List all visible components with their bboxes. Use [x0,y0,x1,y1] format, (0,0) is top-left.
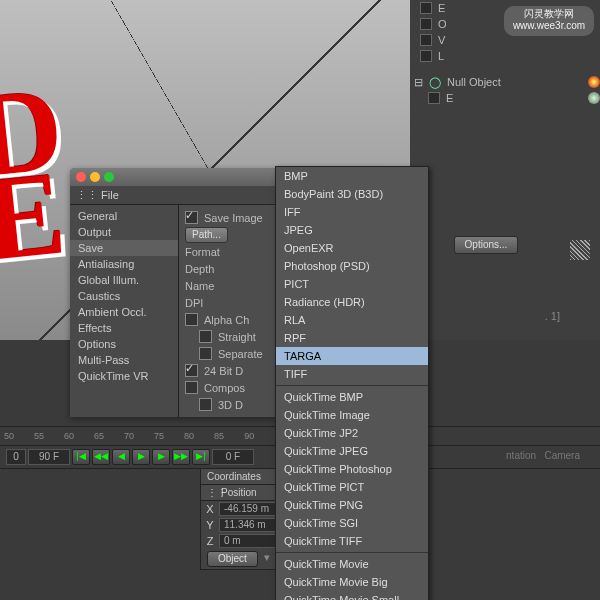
expand-icon[interactable] [420,50,432,62]
sidebar-item-options[interactable]: Options [70,336,178,352]
prev-frame-button[interactable]: ◀ [112,449,130,465]
hierarchy-item[interactable]: L [438,50,444,62]
format-option[interactable]: QuickTime Image [276,406,428,424]
coords-title: Coordinates [207,471,261,482]
expand-icon[interactable]: ⊟ [414,76,423,89]
hierarchy-item[interactable]: E [446,92,453,104]
null-object-item[interactable]: Null Object [447,76,501,88]
format-option[interactable]: QuickTime BMP [276,388,428,406]
goto-start-button[interactable]: |◀ [72,449,90,465]
format-option[interactable]: RPF [276,329,428,347]
threeD-label: 3D D [218,399,243,411]
tick: 65 [94,431,104,441]
format-option[interactable]: QuickTime TIFF [276,532,428,550]
dpi-label: DPI [185,297,203,309]
watermark: 闪灵教学网 www.wee3r.com [504,6,594,36]
compos-label: Compos [204,382,245,394]
expand-icon[interactable] [420,2,432,14]
tick: 90 [244,431,254,441]
sidebar-item-antialiasing[interactable]: Antialiasing [70,256,178,272]
format-option[interactable]: OpenEXR [276,239,428,257]
step-back-button[interactable]: ◀◀ [92,449,110,465]
object-mode-button[interactable]: Object [207,551,258,567]
hierarchy-item[interactable]: V [438,34,445,46]
tick: 60 [64,431,74,441]
visibility-dot-icon[interactable] [588,92,600,104]
format-option[interactable]: PICT [276,275,428,293]
alpha-checkbox[interactable] [185,313,198,326]
format-option[interactable]: BodyPaint 3D (B3D) [276,185,428,203]
straight-label: Straight [218,331,256,343]
straight-checkbox[interactable] [199,330,212,343]
format-option[interactable]: QuickTime SGI [276,514,428,532]
format-option[interactable]: QuickTime PICT [276,478,428,496]
format-option[interactable]: QuickTime JP2 [276,424,428,442]
options-button[interactable]: Options... [454,236,518,254]
format-option[interactable]: RLA [276,311,428,329]
tick: 70 [124,431,134,441]
end-frame-field[interactable]: 90 F [28,449,70,465]
format-option[interactable]: Radiance (HDR) [276,293,428,311]
start-frame[interactable]: 0 [6,449,26,465]
threeD-checkbox[interactable] [199,398,212,411]
sidebar-item-multipass[interactable]: Multi-Pass [70,352,178,368]
lower-tabs[interactable]: ntation Camera [506,450,580,461]
axis-label: Y [201,519,219,531]
minimize-icon[interactable] [90,172,100,182]
bit24-checkbox[interactable] [185,364,198,377]
goto-end-button[interactable]: ▶| [192,449,210,465]
alpha-label: Alpha Ch [204,314,249,326]
menu-separator [276,552,428,553]
compos-checkbox[interactable] [185,381,198,394]
format-label: Format [185,246,220,258]
sidebar-item-output[interactable]: Output [70,224,178,240]
sidebar-item-ambient-occl[interactable]: Ambient Occl. [70,304,178,320]
start-field[interactable]: 0 F [212,449,254,465]
expand-icon[interactable] [428,92,440,104]
sidebar-item-caustics[interactable]: Caustics [70,288,178,304]
format-dropdown-menu: BMPBodyPaint 3D (B3D)IFFJPEGOpenEXRPhoto… [275,166,429,600]
path-button[interactable]: Path... [185,227,228,243]
menu-separator [276,385,428,386]
separate-checkbox[interactable] [199,347,212,360]
axis-label: Z [201,535,219,547]
zoom-icon[interactable] [104,172,114,182]
format-option[interactable]: IFF [276,203,428,221]
tick: 75 [154,431,164,441]
close-icon[interactable] [76,172,86,182]
separate-label: Separate [218,348,263,360]
depth-label: Depth [185,263,214,275]
sidebar-item-effects[interactable]: Effects [70,320,178,336]
sidebar-item-save[interactable]: Save [70,240,178,256]
format-option[interactable]: QuickTime Movie Small [276,591,428,600]
resize-grip-icon[interactable] [570,240,590,260]
format-option[interactable]: TARGA [276,347,428,365]
save-image-checkbox[interactable] [185,211,198,224]
hierarchy-item[interactable]: O [438,18,447,30]
format-option[interactable]: JPEG [276,221,428,239]
expand-icon[interactable] [420,18,432,30]
format-option[interactable]: QuickTime Movie [276,555,428,573]
sidebar-item-general[interactable]: General [70,208,178,224]
tick: 85 [214,431,224,441]
next-frame-button[interactable]: ▶ [152,449,170,465]
save-image-label: Save Image [204,212,263,224]
format-option[interactable]: QuickTime PNG [276,496,428,514]
tick: 55 [34,431,44,441]
format-option[interactable]: QuickTime Movie Big [276,573,428,591]
object-manager[interactable]: 闪灵教学网 www.wee3r.com E O V L ⊟◯Null Objec… [410,0,600,340]
expand-icon[interactable] [420,34,432,46]
format-option[interactable]: Photoshop (PSD) [276,257,428,275]
format-option[interactable]: QuickTime Photoshop [276,460,428,478]
format-option[interactable]: QuickTime JPEG [276,442,428,460]
step-fwd-button[interactable]: ▶▶ [172,449,190,465]
sidebar-item-global-illum[interactable]: Global Illum. [70,272,178,288]
sidebar-item-quicktime-vr[interactable]: QuickTime VR [70,368,178,384]
file-tab[interactable]: ⋮⋮ File [76,189,119,201]
format-option[interactable]: TIFF [276,365,428,383]
format-option[interactable]: BMP [276,167,428,185]
tick: 50 [4,431,14,441]
hierarchy-item[interactable]: E [438,2,445,14]
play-button[interactable]: ▶ [132,449,150,465]
visibility-dot-icon[interactable] [588,76,600,88]
